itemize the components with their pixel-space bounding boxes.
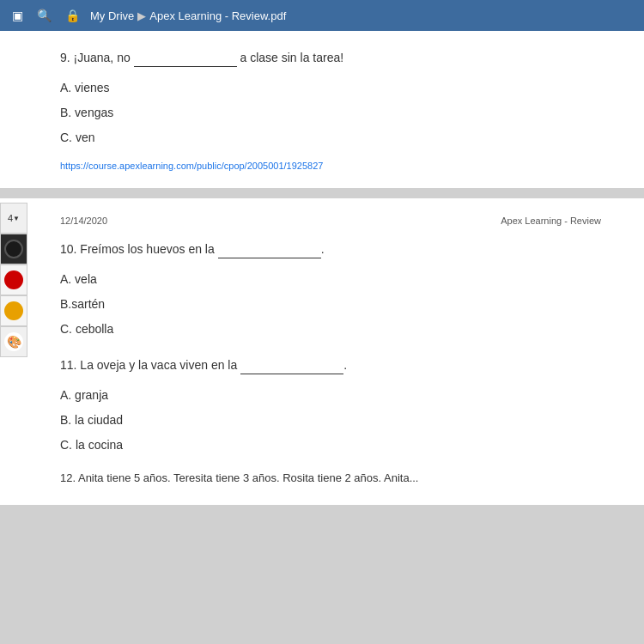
color-black[interactable]: [0, 234, 27, 264]
option-11c: C. la cocina: [60, 436, 601, 454]
color-red[interactable]: [0, 264, 27, 295]
url-link[interactable]: https://course.apexlearning.com/public/c…: [60, 161, 601, 171]
page-title: Apex Learning - Review: [501, 216, 601, 226]
option-9a: A. vienes: [60, 79, 601, 97]
option-10a: A. vela: [60, 270, 601, 289]
my-drive-link[interactable]: My Drive: [90, 9, 134, 22]
question-9: 9. ¡Juana, no a clase sin la tarea!: [60, 48, 601, 67]
palette-icon: 🎨: [4, 332, 23, 351]
left-toolbar: 4▼ 🎨: [0, 203, 27, 357]
content-area: 4▼ 🎨 9. ¡Juana, no a clase sin la tarea!…: [0, 31, 644, 644]
page-section-2: 12/14/2020 Apex Learning - Review 10. Fr…: [0, 198, 644, 505]
lock-icon: 🔒: [62, 7, 83, 24]
dropdown-arrow: ▼: [13, 215, 20, 222]
title-bar: ▣ 🔍 🔒 My Drive ▶ Apex Learning - Review.…: [0, 0, 644, 31]
filename-label: Apex Learning - Review.pdf: [149, 9, 286, 22]
search-icon[interactable]: 🔍: [33, 7, 55, 24]
page-date: 12/14/2020: [60, 216, 107, 226]
breadcrumb-separator: ▶: [137, 9, 146, 22]
palette-button[interactable]: 🎨: [0, 326, 27, 357]
question-10: 10. Freímos los huevos en la .: [60, 240, 601, 258]
color-orange[interactable]: [0, 295, 27, 326]
option-11b: B. la ciudad: [60, 411, 601, 429]
page-header: 12/14/2020 Apex Learning - Review: [60, 216, 601, 226]
page-section-1: 9. ¡Juana, no a clase sin la tarea! A. v…: [0, 31, 644, 188]
page-number-display[interactable]: 4▼: [0, 203, 27, 234]
option-11a: A. granja: [60, 386, 601, 404]
window-icon[interactable]: ▣: [9, 7, 27, 24]
question-12-partial: 12. Anita tiene 5 años. Teresita tiene 3…: [60, 471, 601, 488]
option-9b: B. vengas: [60, 104, 601, 122]
question-11: 11. La oveja y la vaca viven en la .: [60, 355, 601, 374]
option-10c: C. cebolla: [60, 320, 601, 338]
blank-10: [218, 240, 321, 258]
blank-9: [134, 48, 237, 67]
option-9c: C. ven: [60, 129, 601, 147]
blank-11: [240, 355, 343, 374]
breadcrumb: My Drive ▶ Apex Learning - Review.pdf: [90, 9, 286, 22]
option-10b: B.sartén: [60, 295, 601, 313]
